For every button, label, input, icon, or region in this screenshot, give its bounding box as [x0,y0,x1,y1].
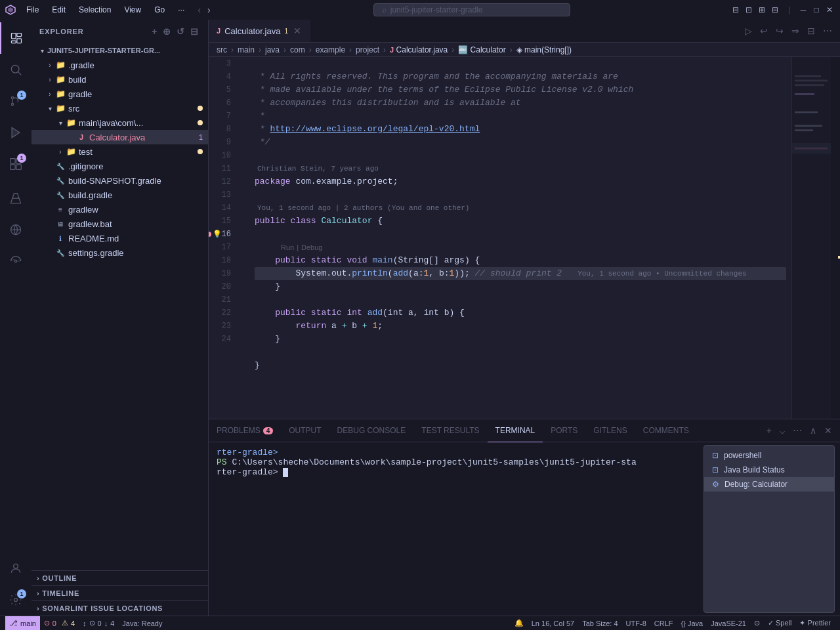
session-java-build[interactable]: ⊡ Java Build Status [704,463,834,477]
nav-back[interactable]: ‹ [195,3,203,16]
layout-toggle-4[interactable]: ⊟ [770,5,780,15]
minimize-button[interactable]: ─ [798,5,808,15]
menu-file[interactable]: File [21,4,44,16]
tree-item-gradle[interactable]: › 📁 .gradle [32,58,208,72]
tab-size-status[interactable]: Tab Size: 4 [578,616,621,631]
prettier-status[interactable]: ✦ Prettier [795,616,835,631]
activity-extensions[interactable]: 1 [0,148,32,180]
terminal-more-button[interactable]: ⋯ [790,424,805,437]
tab-close-button[interactable]: ✕ [292,26,303,36]
java-ready-status[interactable]: Java: Ready [118,616,166,631]
tab-debug-console[interactable]: DEBUG CONSOLE [329,419,414,442]
remote-status[interactable]: ⊙ [750,616,764,631]
nav-forward[interactable]: › [205,3,213,16]
more-actions-button[interactable]: ⋯ [820,24,835,37]
new-folder-button[interactable]: ⊕ [161,25,173,38]
editor-body[interactable]: 3 4 5 6 7 8 9 10 11 12 13 14 15 16 [209,57,840,419]
search-box[interactable]: ⌕ junit5-jupiter-starter-gradle [373,3,570,16]
activity-accounts[interactable] [0,553,32,584]
split-down-button[interactable]: ⊟ [805,24,818,37]
git-branch-status[interactable]: ⎇ main [5,616,40,631]
new-file-button[interactable]: + [150,25,159,38]
session-debug-calculator[interactable]: ⚙ Debug: Calculator [704,477,834,492]
tab-output[interactable]: OUTPUT [281,419,329,442]
activity-remote[interactable] [0,214,32,245]
tree-item-gradlewbat[interactable]: › 🖥 gradlew.bat [32,217,208,231]
breadcrumb-example[interactable]: example [316,45,345,54]
tree-item-buildgradle[interactable]: › 🔧 build.gradle [32,188,208,202]
tree-item-gradlew[interactable]: › ≡ gradlew [32,202,208,217]
tab-terminal[interactable]: TERMINAL [488,419,543,442]
tree-item-main[interactable]: ▾ 📁 main\java\com\... [32,116,208,130]
terminal-close-button[interactable]: ✕ [822,424,835,437]
tree-item-src[interactable]: ▾ 📁 src [32,101,208,116]
activity-run[interactable] [0,117,32,148]
restore-button[interactable]: □ [811,5,822,15]
layout-toggle-2[interactable]: ⊡ [744,5,754,15]
breadcrumb-com[interactable]: com [290,45,305,54]
collapse-all-button[interactable]: ⊟ [189,25,200,38]
session-powershell[interactable]: ⊡ powershell [704,448,834,463]
tab-ports[interactable]: PORTS [543,419,585,442]
breadcrumb-src[interactable]: src [217,45,227,54]
activity-gitlens[interactable] [0,245,32,277]
new-terminal-button[interactable]: + [764,424,774,437]
tree-item-gitignore[interactable]: › 🔧 .gitignore [32,159,208,173]
java-version-status[interactable]: JavaSE-21 [707,616,750,631]
menu-go[interactable]: Go [149,4,170,16]
menu-selection[interactable]: Selection [74,4,116,16]
menu-view[interactable]: View [119,4,146,16]
terminal-maximize-button[interactable]: ∧ [807,424,819,437]
tree-item-snapshot[interactable]: › 🔧 build-SNAPSHOT.gradle [32,173,208,188]
tree-item-test[interactable]: › 📁 test [32,144,208,159]
tree-item-build[interactable]: › 📁 build [32,72,208,87]
activity-search[interactable] [0,54,32,85]
encoding-status[interactable]: UTF-8 [622,616,650,631]
breadcrumb-java[interactable]: java [265,45,280,54]
debug-lens[interactable]: Debug [301,241,322,254]
notifications-status[interactable]: 🔔 [511,616,528,631]
run-button[interactable]: ▷ [742,24,755,37]
activity-testing[interactable] [0,182,32,214]
sonarlint-header[interactable]: › SONARLINT ISSUE LOCATIONS [32,601,208,616]
breadcrumb-method[interactable]: ◈ main(String[]) [516,45,572,54]
activity-explorer[interactable] [0,22,32,54]
tab-problems[interactable]: PROBLEMS 4 [209,419,281,442]
layout-toggle-3[interactable]: ⊞ [757,5,767,15]
tab-calculator-java[interactable]: J Calculator.java 1 ✕ [209,20,311,42]
tree-item-settings[interactable]: › 🔧 settings.gradle [32,245,208,260]
code-lines[interactable]: * All rights reserved. This program and … [249,57,791,419]
spell-status[interactable]: ✓ Spell [764,616,796,631]
outline-header[interactable]: › OUTLINE [32,571,208,585]
eol-status[interactable]: CRLF [650,616,677,631]
tab-test-results[interactable]: TEST RESULTS [413,419,487,442]
split-right-button[interactable]: ⇒ [789,24,802,37]
menu-more[interactable]: ··· [173,4,190,16]
run-lens[interactable]: Run [281,241,294,254]
refresh-button[interactable]: ↺ [175,25,186,38]
tree-item-gradle-dir[interactable]: › 📁 gradle [32,87,208,101]
sync-status[interactable]: ↕ ⊙ 0 ↓ 4 [79,616,118,631]
terminal-content[interactable]: rter-gradle> PS C:\Users\sheche\Document… [209,442,698,616]
breadcrumb-project[interactable]: project [356,45,379,54]
errors-warnings-status[interactable]: ⊙ 0 ⚠ 4 [40,616,79,631]
menu-edit[interactable]: Edit [47,4,71,16]
tree-item-calculator[interactable]: › J Calculator.java 1 [32,130,208,144]
activity-settings[interactable]: 1 [0,584,32,616]
breadcrumb-class[interactable]: 🔤 Calculator [458,45,505,54]
language-status[interactable]: {} Java [677,616,707,631]
tab-comments[interactable]: COMMENTS [635,419,697,442]
tree-root[interactable]: ▾ JUNIT5-JUPITER-STARTER-GR... [32,43,208,58]
layout-toggle-1[interactable]: ⊟ [730,5,741,15]
cursor-position-status[interactable]: Ln 16, Col 57 [528,616,578,631]
breadcrumb-file[interactable]: J Calculator.java [390,45,448,54]
breadcrumb-main[interactable]: main [238,45,255,54]
close-button[interactable]: ✕ [824,5,835,15]
editor-scrollbar[interactable] [831,57,840,419]
redo-button[interactable]: ↪ [773,24,786,37]
undo-button[interactable]: ↩ [757,24,770,37]
activity-source-control[interactable]: 1 [0,85,32,117]
tab-gitlens[interactable]: GITLENS [585,419,635,442]
timeline-header[interactable]: › TIMELINE [32,586,208,600]
terminal-split-button[interactable]: ⌵ [777,424,788,437]
